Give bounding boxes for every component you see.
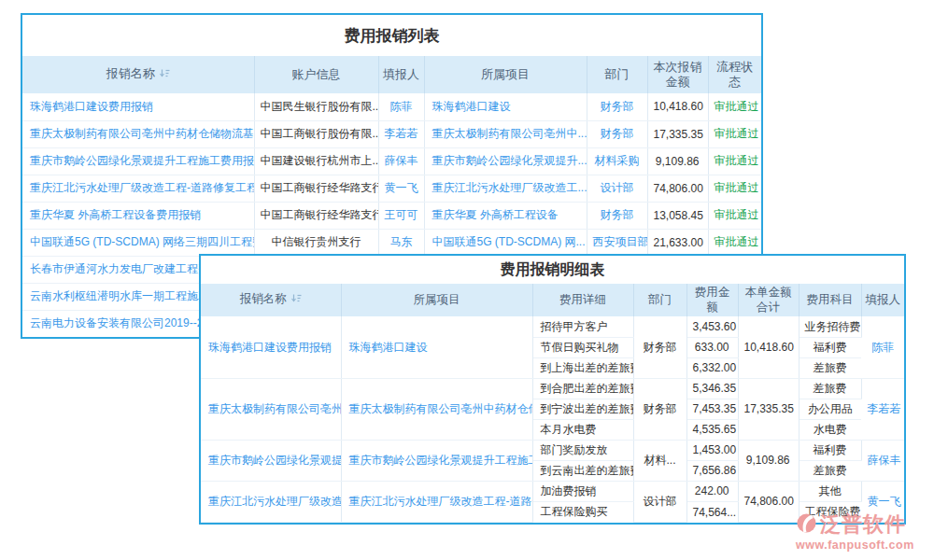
cell-detail: 加油费报销 <box>532 481 633 501</box>
cell-dept[interactable]: 财务部 <box>587 93 647 120</box>
cell-name[interactable]: 中国联通5G (TD-SCDMA) 网络三期四川工程费... <box>22 229 254 256</box>
cell-category: 差旅费 <box>799 357 861 378</box>
cell-reporter[interactable]: 黄一飞 <box>378 175 424 202</box>
cell-total: 74,806.00 <box>738 481 799 522</box>
cell-detail: 本月水电费 <box>532 419 633 440</box>
cell-project[interactable]: 中国联通5G (TD-SCDMA) 网... <box>424 229 587 256</box>
cell-reporter[interactable]: 李若若 <box>861 378 904 440</box>
list-header-project: 所属项目 <box>424 56 587 93</box>
cell-project[interactable]: 珠海鹤港口建设 <box>424 93 587 120</box>
cell-category: 其他 <box>799 481 861 501</box>
cell-status[interactable]: 审批通过 <box>708 175 761 202</box>
detail-header-total: 本单金额合计 <box>738 284 799 316</box>
cell-reporter[interactable]: 陈菲 <box>378 93 424 120</box>
cell-reporter[interactable]: 马东 <box>378 229 424 256</box>
cell-dept: 财务部 <box>633 378 686 440</box>
cell-project[interactable]: 重庆太极制药有限公司亳州中药材仓储物流 <box>341 378 532 440</box>
cell-project[interactable]: 重庆市鹅岭公园绿化景观提升工程施工 <box>341 440 532 481</box>
cell-status[interactable]: 审批通过 <box>708 202 761 229</box>
cell-detail: 招待甲方客户 <box>532 316 633 337</box>
cell-dept: 财务部 <box>633 316 686 378</box>
cell-category: 差旅费 <box>799 460 861 481</box>
cell-detail: 部门奖励发放 <box>532 440 633 460</box>
cell-amount: 242.00 <box>686 481 738 501</box>
cell-name[interactable]: 重庆江北污水处理厂级改造工程-道路修复工程费用... <box>22 175 254 202</box>
list-header-reporter: 填报人 <box>378 56 424 93</box>
cell-account: 中国工商银行股份有限... <box>254 120 378 147</box>
cell-account: 中国工商银行经华路支行 <box>254 175 378 202</box>
detail-table-header-row: 报销名称所属项目费用详细部门费用金额本单金额合计费用科目填报人 <box>201 284 904 316</box>
cell-detail: 工程保险购买 <box>532 501 633 522</box>
cell-project[interactable]: 重庆华夏 外高桥工程设备 <box>424 202 587 229</box>
table-row[interactable]: 重庆太极制药有限公司亳州中药材重庆太极制药有限公司亳州中药材仓储物流到合肥出差的… <box>201 378 904 399</box>
cell-dept: 设计部 <box>633 481 686 522</box>
cell-reporter[interactable]: 王可可 <box>378 202 424 229</box>
list-header-amount: 本次报销金额 <box>647 56 708 93</box>
sort-icon[interactable] <box>291 293 302 308</box>
cell-status[interactable]: 审批通过 <box>708 93 761 120</box>
brand-url: www.fanpusoft.com <box>796 539 914 552</box>
table-row[interactable]: 重庆华夏 外高桥工程设备费用报销中国工商银行经华路支行王可可重庆华夏 外高桥工程… <box>22 202 761 229</box>
cell-status[interactable]: 审批通过 <box>708 229 761 256</box>
cell-account: 中国民生银行股份有限... <box>254 93 378 120</box>
cell-detail: 到上海出差的差旅费 <box>532 357 633 378</box>
cell-reporter[interactable]: 李若若 <box>378 120 424 147</box>
table-row[interactable]: 珠海鹤港口建设费用报销珠海鹤港口建设招待甲方客户财务部3,453.6010,41… <box>201 316 904 337</box>
cell-project[interactable]: 重庆江北污水处理厂级改造工... <box>424 175 587 202</box>
page: 费用报销列表 报销名称账户信息填报人所属项目部门本次报销金额流程状态 珠海鹤港口… <box>0 0 934 560</box>
cell-status[interactable]: 审批通过 <box>708 120 761 147</box>
table-row[interactable]: 珠海鹤港口建设费用报销中国民生银行股份有限...陈菲珠海鹤港口建设财务部10,4… <box>22 93 761 120</box>
cell-name[interactable]: 重庆太极制药有限公司亳州中药材 <box>201 378 341 440</box>
cell-reporter[interactable]: 陈菲 <box>861 316 904 378</box>
cell-detail: 到宁波出差的差旅费 <box>532 399 633 419</box>
cell-project[interactable]: 重庆市鹅岭公园绿化景观提升... <box>424 147 587 175</box>
cell-project[interactable]: 重庆太极制药有限公司亳州中... <box>424 120 587 147</box>
cell-amount: 3,453.60 <box>686 316 738 337</box>
cell-amount: 7,656.86 <box>686 460 738 481</box>
cell-category: 福利费 <box>799 337 861 357</box>
cell-amount: 5,346.35 <box>686 378 738 399</box>
cell-detail: 节假日购买礼物 <box>532 337 633 357</box>
list-table-header-row: 报销名称账户信息填报人所属项目部门本次报销金额流程状态 <box>22 56 761 93</box>
table-row[interactable]: 重庆市鹅岭公园绿化景观提升工程施重庆市鹅岭公园绿化景观提升工程施工部门奖励发放材… <box>201 440 904 460</box>
cell-account: 中国工商银行经华路支行 <box>254 202 378 229</box>
list-table-title: 费用报销列表 <box>22 15 761 56</box>
list-header-name[interactable]: 报销名称 <box>22 56 254 93</box>
cell-detail: 到合肥出差的差旅费 <box>532 378 633 399</box>
detail-header-reporter: 填报人 <box>861 284 904 316</box>
cell-name[interactable]: 重庆华夏 外高桥工程设备费用报销 <box>22 202 254 229</box>
sort-icon[interactable] <box>160 67 170 82</box>
cell-amount: 1,453.00 <box>686 440 738 460</box>
cell-reporter[interactable]: 薛保丰 <box>378 147 424 175</box>
cell-amount: 9,109.86 <box>647 147 708 175</box>
cell-amount: 6,332.00 <box>686 357 738 378</box>
table-row[interactable]: 重庆江北污水处理厂级改造工程-道重庆江北污水处理厂级改造工程-道路修复工程加油费… <box>201 481 904 501</box>
cell-project[interactable]: 珠海鹤港口建设 <box>341 316 532 378</box>
cell-name[interactable]: 重庆江北污水处理厂级改造工程-道 <box>201 481 341 522</box>
detail-header-name[interactable]: 报销名称 <box>201 284 341 316</box>
cell-name[interactable]: 重庆市鹅岭公园绿化景观提升工程施工费用报销 <box>22 147 254 175</box>
cell-name[interactable]: 珠海鹤港口建设费用报销 <box>22 93 254 120</box>
cell-dept[interactable]: 财务部 <box>587 120 647 147</box>
table-row[interactable]: 重庆市鹅岭公园绿化景观提升工程施工费用报销中国建设银行杭州市上...薛保丰重庆市… <box>22 147 761 175</box>
cell-amount: 633.00 <box>686 337 738 357</box>
cell-name[interactable]: 珠海鹤港口建设费用报销 <box>201 316 341 378</box>
cell-amount: 74,806.00 <box>647 175 708 202</box>
cell-project[interactable]: 重庆江北污水处理厂级改造工程-道路修复工程 <box>341 481 532 522</box>
cell-name[interactable]: 重庆太极制药有限公司亳州中药材仓储物流基地项... <box>22 120 254 147</box>
cell-dept[interactable]: 设计部 <box>587 175 647 202</box>
cell-dept[interactable]: 材料采购 <box>587 147 647 175</box>
cell-category: 办公用品 <box>799 399 861 419</box>
cell-dept[interactable]: 西安项目部 <box>587 229 647 256</box>
cell-category: 水电费 <box>799 419 861 440</box>
list-header-account: 账户信息 <box>254 56 378 93</box>
cell-dept[interactable]: 财务部 <box>587 202 647 229</box>
table-row[interactable]: 重庆江北污水处理厂级改造工程-道路修复工程费用...中国工商银行经华路支行黄一飞… <box>22 175 761 202</box>
cell-status[interactable]: 审批通过 <box>708 147 761 175</box>
cell-reporter[interactable]: 薛保丰 <box>861 440 904 481</box>
cell-name[interactable]: 重庆市鹅岭公园绿化景观提升工程施 <box>201 440 341 481</box>
table-row[interactable]: 中国联通5G (TD-SCDMA) 网络三期四川工程费...中信银行贵州支行马东… <box>22 229 761 256</box>
cell-account: 中国建设银行杭州市上... <box>254 147 378 175</box>
table-row[interactable]: 重庆太极制药有限公司亳州中药材仓储物流基地项...中国工商银行股份有限...李若… <box>22 120 761 147</box>
detail-header-dept: 部门 <box>633 284 686 316</box>
